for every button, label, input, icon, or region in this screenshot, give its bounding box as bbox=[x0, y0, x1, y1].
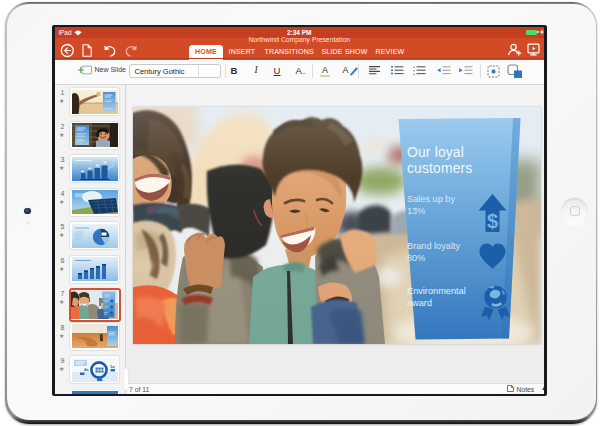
svg-text:$: $ bbox=[487, 210, 498, 232]
svg-text:4a: 4a bbox=[84, 367, 89, 372]
svg-text:1a: 1a bbox=[110, 364, 115, 369]
